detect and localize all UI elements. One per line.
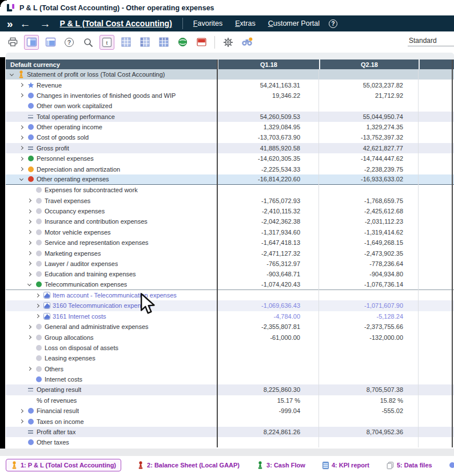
bottom-tab-1[interactable]: 1: P & L (Total Cost Accounting) (6, 459, 121, 471)
value-q2[interactable]: 55,044,950.74 (319, 112, 419, 122)
chevron-right-icon[interactable] (26, 366, 33, 372)
bottom-tab-5[interactable]: 5: Data files (385, 460, 433, 471)
value-q2[interactable] (319, 437, 419, 447)
value-q1[interactable]: 1,329,084.95 (217, 122, 319, 132)
column-header-currency[interactable]: Default currency (6, 60, 217, 69)
table-row[interactable]: Travel expenses-1,765,072.93-1,768,659.7… (6, 196, 454, 206)
row-name-cell[interactable]: Profit after tax (6, 427, 217, 437)
table-row[interactable]: Leasing expenses (6, 353, 454, 363)
value-q2[interactable]: -1,649,268.15 (319, 237, 419, 248)
row-name-cell[interactable]: Expenses for subcontracted work (6, 185, 217, 195)
row-name-cell[interactable]: Other own work capitalized (6, 101, 217, 111)
row-name-cell[interactable]: Changes in inventories of finished goods… (6, 90, 217, 101)
table-row[interactable]: 3160 Telecommunication expenses-1,069,63… (6, 300, 454, 311)
value-q1[interactable]: -1,317,934.60 (217, 227, 319, 237)
table-row[interactable]: Statement of profit or loss (Total Cost … (6, 69, 454, 80)
grid-blue-icon[interactable] (118, 35, 133, 50)
value-q1[interactable]: -2,225,534.33 (217, 164, 319, 174)
value-q2[interactable] (319, 69, 419, 80)
table-row[interactable]: Motor vehicle expenses-1,317,934.60-1,31… (6, 227, 454, 237)
chevron-right-icon[interactable] (18, 166, 25, 173)
row-name-cell[interactable]: Occupancy expenses (6, 206, 217, 216)
value-q2[interactable]: -5,128.24 (319, 311, 419, 322)
value-q2[interactable]: 55,023,237.82 (319, 80, 419, 90)
table-row[interactable]: Group allocations-61,000.00-132,000.00 (6, 332, 454, 342)
row-name-cell[interactable]: Other taxes (6, 437, 217, 447)
chevron-right-icon[interactable] (18, 82, 25, 89)
table-row[interactable]: Service and representation expenses-1,64… (6, 237, 454, 248)
menu-item-favorites[interactable]: Favorites (193, 19, 222, 27)
value-q2[interactable] (319, 343, 419, 353)
row-name-cell[interactable]: Total operating performance (6, 112, 217, 122)
chevron-right-icon[interactable] (26, 229, 33, 236)
frozen-pane-divider[interactable] (217, 60, 218, 447)
column-header-next[interactable] (419, 60, 454, 69)
bottom-tab-2[interactable]: 2: Balance Sheet (Local GAAP) (136, 459, 241, 471)
row-name-cell[interactable]: Travel expenses (6, 196, 217, 206)
value-q2[interactable]: 42,621,827.77 (319, 143, 419, 153)
value-q2[interactable]: 1,329,274.35 (319, 122, 419, 132)
value-q2[interactable]: 8,704,952.36 (319, 427, 419, 437)
value-q1[interactable]: -2,471,127.32 (217, 248, 319, 258)
table-row[interactable]: 3161 Internet costs-4,784.00-5,128.24 (6, 311, 454, 322)
column-header-q1[interactable]: Q1.18 (217, 60, 319, 69)
value-q1[interactable]: -2,355,807.81 (217, 322, 319, 332)
value-q2[interactable]: -2,373,755.66 (319, 322, 419, 332)
value-q1[interactable]: -1,647,418.13 (217, 237, 319, 248)
table-row[interactable]: Gross profit41,885,920.5842,621,827.77 (6, 143, 454, 153)
nav-help-icon[interactable]: ? (329, 19, 337, 28)
value-q1[interactable]: -4,784.00 (217, 311, 319, 322)
row-name-cell[interactable]: Cost of goods sold (6, 132, 217, 142)
table-row[interactable]: Cost of goods sold-13,703,673.90-13,752,… (6, 132, 454, 142)
value-q1[interactable] (217, 416, 319, 426)
table-row[interactable]: % of revenues15.17 %15.82 % (6, 395, 454, 406)
grid-column-icon[interactable] (137, 35, 152, 50)
value-q2[interactable]: -16,933,633.02 (319, 174, 419, 184)
chevron-right-icon[interactable] (34, 302, 41, 309)
value-q2[interactable] (319, 416, 419, 426)
value-q2[interactable]: -1,768,659.75 (319, 196, 419, 206)
value-q2[interactable] (319, 364, 419, 374)
table-row[interactable]: Other operating expenses-16,814,220.60-1… (6, 174, 454, 185)
table-row[interactable]: Changes in inventories of finished goods… (6, 90, 454, 101)
value-q1[interactable]: 54,241,163.31 (217, 80, 319, 90)
row-name-cell[interactable]: General and administrative expenses (6, 322, 217, 332)
globe-icon[interactable] (175, 35, 190, 50)
chevron-right-icon[interactable] (18, 155, 25, 162)
row-name-cell[interactable]: Taxes on income (6, 416, 217, 426)
row-name-cell[interactable]: Loss on disposal of assets (6, 343, 217, 353)
value-q1[interactable]: -2,410,115.32 (217, 206, 319, 216)
column-header-q2[interactable]: Q2.18 (319, 60, 419, 69)
row-name-cell[interactable]: Others (6, 364, 217, 374)
value-q1[interactable]: -14,620,305.35 (217, 153, 319, 164)
value-q2[interactable]: -2,473,902.35 (319, 248, 419, 258)
chevron-right-icon[interactable] (34, 313, 41, 320)
value-q1[interactable] (217, 343, 319, 353)
table-row[interactable]: Marketing expenses-2,471,127.32-2,473,90… (6, 248, 454, 258)
chevron-right-icon[interactable] (18, 145, 25, 152)
value-q1[interactable] (217, 185, 319, 195)
view-selector[interactable]: Standard (408, 36, 454, 46)
collapse-sidebar-icon[interactable]: » (7, 18, 12, 29)
layout-tree-icon[interactable] (24, 35, 39, 50)
value-q1[interactable]: -765,312.97 (217, 259, 319, 269)
value-q1[interactable]: -13,703,673.90 (217, 132, 319, 142)
value-q2[interactable]: -14,744,447.62 (319, 153, 419, 164)
value-q1[interactable] (217, 69, 319, 80)
value-q1[interactable]: 15.17 % (217, 395, 319, 406)
chevron-right-icon[interactable] (18, 134, 25, 141)
value-q1[interactable]: -1,069,636.43 (217, 300, 319, 311)
text-cell-icon[interactable]: t (99, 35, 114, 50)
value-q2[interactable] (319, 101, 419, 111)
row-name-cell[interactable]: Insurance and contribution expenses (6, 216, 217, 227)
chevron-down-icon[interactable] (8, 71, 15, 78)
table-row[interactable]: Other taxes (6, 437, 454, 447)
value-q2[interactable]: -1,076,736.14 (319, 280, 419, 289)
row-name-cell[interactable]: Telecommunication expenses (6, 280, 217, 289)
value-q2[interactable]: -778,236.64 (319, 259, 419, 269)
row-name-cell[interactable]: Depreciation and amortization (6, 164, 217, 174)
chevron-right-icon[interactable] (26, 239, 33, 246)
value-q1[interactable]: 19,346.22 (217, 90, 319, 101)
value-q1[interactable]: -1,765,072.93 (217, 196, 319, 206)
row-name-cell[interactable]: Service and representation expenses (6, 237, 217, 248)
